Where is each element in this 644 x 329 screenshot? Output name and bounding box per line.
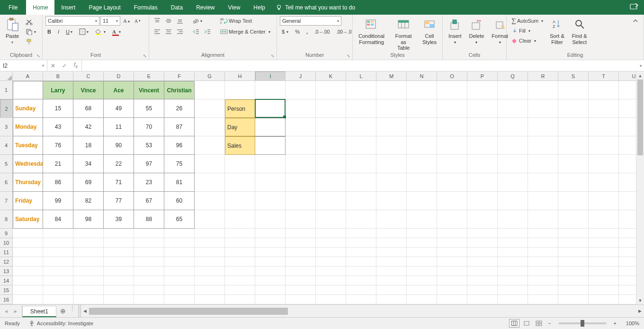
insert-cells-button[interactable]: Insert▾	[446, 16, 465, 52]
cell-G6[interactable]	[195, 173, 225, 192]
cell-T10[interactable]	[589, 238, 619, 248]
cell-N5[interactable]	[407, 155, 437, 173]
tab-insert[interactable]: Insert	[54, 0, 82, 15]
cell-N4[interactable]	[407, 136, 437, 155]
cell-T2[interactable]	[589, 99, 619, 118]
cell-E7[interactable]: 67	[134, 192, 164, 210]
cell-C13[interactable]	[73, 267, 104, 276]
cell-E11[interactable]	[134, 248, 164, 257]
cell-H15[interactable]	[225, 285, 255, 295]
cell-N7[interactable]	[407, 192, 437, 210]
cell-R7[interactable]	[528, 192, 558, 210]
cell-T11[interactable]	[589, 248, 619, 257]
row-header-13[interactable]: 13	[0, 267, 13, 276]
cell-M7[interactable]	[376, 192, 407, 210]
cell-O1[interactable]	[437, 81, 467, 99]
cell-M11[interactable]	[376, 248, 407, 257]
cell-C9[interactable]	[73, 229, 104, 238]
zoom-out-button[interactable]: −	[546, 320, 553, 326]
cell-E4[interactable]: 53	[134, 136, 164, 155]
cell-S7[interactable]	[558, 192, 589, 210]
cell-Q16[interactable]	[498, 295, 528, 304]
cell-K11[interactable]	[316, 248, 346, 257]
fill-button[interactable]: Fill▾	[510, 26, 545, 36]
column-header-E[interactable]: E	[134, 71, 164, 81]
sheet-nav-first[interactable]: ◄	[4, 309, 9, 314]
delete-cells-button[interactable]: Delete▾	[466, 16, 487, 52]
cell-D4[interactable]: 90	[104, 136, 134, 155]
column-header-D[interactable]: D	[104, 71, 134, 81]
cell-O16[interactable]	[437, 295, 467, 304]
cell-E8[interactable]: 88	[134, 210, 164, 229]
cell-C2[interactable]: 68	[73, 99, 104, 118]
cell-H10[interactable]	[225, 238, 255, 248]
font-size-select[interactable]: 11▾	[100, 16, 120, 26]
cell-R13[interactable]	[528, 267, 558, 276]
cell-M5[interactable]	[376, 155, 407, 173]
cell-T1[interactable]	[589, 81, 619, 99]
cell-S16[interactable]	[558, 295, 589, 304]
sheet-tab-sheet1[interactable]: Sheet1	[22, 306, 56, 317]
cell-A3[interactable]: Monday	[13, 118, 43, 136]
merge-center-button[interactable]: Merge & Center▾	[218, 27, 272, 36]
cell-K14[interactable]	[316, 276, 346, 285]
tab-data[interactable]: Data	[164, 0, 189, 15]
cell-J1[interactable]	[286, 81, 316, 99]
cell-G10[interactable]	[195, 238, 225, 248]
cell-R10[interactable]	[528, 238, 558, 248]
cell-R4[interactable]	[528, 136, 558, 155]
find-select-button[interactable]: Find & Select	[569, 16, 590, 52]
cell-S9[interactable]	[558, 229, 589, 238]
cell-N8[interactable]	[407, 210, 437, 229]
tab-view[interactable]: View	[222, 0, 247, 15]
cell-T3[interactable]	[589, 118, 619, 136]
cell-D14[interactable]	[104, 276, 134, 285]
tab-page-layout[interactable]: Page Layout	[82, 0, 127, 15]
cell-B3[interactable]: 43	[43, 118, 73, 136]
number-dialog-launcher[interactable]: ⤡	[346, 53, 351, 59]
column-header-R[interactable]: R	[528, 71, 558, 81]
format-painter-button[interactable]	[24, 37, 38, 46]
cell-A4[interactable]: Tuesday	[13, 136, 43, 155]
cell-H9[interactable]	[225, 229, 255, 238]
cell-D11[interactable]	[104, 248, 134, 257]
cell-I12[interactable]	[255, 257, 286, 267]
cell-C7[interactable]: 82	[73, 192, 104, 210]
cell-K13[interactable]	[316, 267, 346, 276]
cell-R9[interactable]	[528, 229, 558, 238]
cell-N10[interactable]	[407, 238, 437, 248]
cell-G14[interactable]	[195, 276, 225, 285]
cell-B13[interactable]	[43, 267, 73, 276]
font-dialog-launcher[interactable]: ⤡	[142, 53, 148, 59]
cell-T7[interactable]	[589, 192, 619, 210]
cell-I7[interactable]	[255, 192, 286, 210]
cell-K15[interactable]	[316, 285, 346, 295]
cell-B10[interactable]	[43, 238, 73, 248]
cell-L12[interactable]	[346, 257, 376, 267]
cell-J10[interactable]	[286, 238, 316, 248]
cell-C16[interactable]	[73, 295, 104, 304]
cell-Q7[interactable]	[498, 192, 528, 210]
cell-L2[interactable]	[346, 99, 376, 118]
cell-N6[interactable]	[407, 173, 437, 192]
cell-G3[interactable]	[195, 118, 225, 136]
cell-K12[interactable]	[316, 257, 346, 267]
row-header-5[interactable]: 5	[0, 155, 13, 173]
cell-C6[interactable]: 69	[73, 173, 104, 192]
cell-G11[interactable]	[195, 248, 225, 257]
align-left-button[interactable]	[152, 27, 162, 36]
cell-G16[interactable]	[195, 295, 225, 304]
cell-B9[interactable]	[43, 229, 73, 238]
cell-L1[interactable]	[346, 81, 376, 99]
row-header-1[interactable]: 1	[0, 81, 13, 99]
cell-T14[interactable]	[589, 276, 619, 285]
cell-J5[interactable]	[286, 155, 316, 173]
cell-B1[interactable]: Larry	[43, 81, 73, 99]
underline-button[interactable]: U▾	[64, 27, 74, 36]
cell-J7[interactable]	[286, 192, 316, 210]
cell-B4[interactable]: 76	[43, 136, 73, 155]
cell-R2[interactable]	[528, 99, 558, 118]
cell-E3[interactable]: 70	[134, 118, 164, 136]
cell-P5[interactable]	[467, 155, 498, 173]
cell-E14[interactable]	[134, 276, 164, 285]
